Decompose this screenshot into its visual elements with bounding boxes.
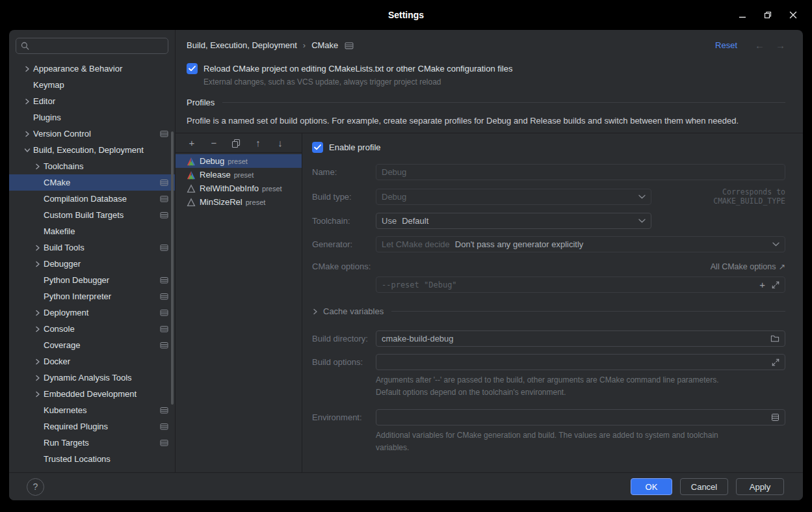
cmake-profile-icon (186, 170, 196, 180)
sidebar-item-label: Deployment (44, 308, 88, 317)
sidebar-item[interactable]: Required Plugins (9, 418, 175, 435)
sidebar-item[interactable]: Deployment (9, 304, 175, 321)
sidebar-scrollbar[interactable] (171, 131, 174, 405)
sidebar-item[interactable]: Custom Build Targets (9, 207, 175, 223)
cmake-options-field[interactable]: --preset "Debug" + (376, 276, 785, 293)
profile-row[interactable]: Release preset (176, 168, 302, 182)
cache-variables-toggle[interactable]: Cache variables (312, 306, 785, 316)
browse-variables-icon[interactable] (771, 413, 779, 422)
chevron-right-icon (312, 308, 319, 315)
sidebar-item[interactable]: Dynamic Analysis Tools (9, 370, 175, 386)
window-body: Appearance & Behavior Keymap (9, 30, 803, 500)
profiles-description: Profile is a named set of build options.… (187, 116, 785, 126)
sidebar-item[interactable]: Makefile (9, 223, 175, 239)
chevron-right-icon (33, 243, 42, 252)
add-profile-button[interactable]: + (186, 137, 198, 149)
apply-button[interactable]: Apply (736, 478, 784, 495)
sidebar-item[interactable]: Build, Execution, Deployment (9, 142, 175, 158)
sidebar-item[interactable]: Embedded Development (9, 386, 175, 402)
settings-tree: Appearance & Behavior Keymap (9, 61, 175, 472)
all-cmake-options-link[interactable]: All CMake options ↗ (711, 262, 785, 271)
sidebar-item[interactable]: Python Interpreter (9, 288, 175, 304)
expand-field-icon[interactable] (772, 358, 779, 366)
cache-variables-label: Cache variables (323, 306, 384, 316)
profile-row[interactable]: Debug preset (176, 154, 302, 168)
folder-icon[interactable] (770, 334, 779, 343)
sidebar-item[interactable]: Plugins (9, 109, 175, 126)
sidebar-item[interactable]: Editor (9, 93, 175, 109)
build-type-select[interactable]: Debug (376, 189, 651, 205)
generator-label: Generator: (312, 239, 376, 249)
sidebar-item-label: Build, Execution, Deployment (33, 145, 144, 155)
maximize-button[interactable] (762, 9, 774, 21)
breadcrumb-item[interactable]: Build, Execution, Deployment (187, 40, 297, 50)
sidebar-item[interactable]: Appearance & Behavior (9, 61, 175, 77)
profile-preset-badge: preset (246, 198, 266, 206)
sidebar-item[interactable]: Trusted Locations (9, 451, 175, 467)
remove-profile-button[interactable]: − (208, 137, 220, 149)
search-input[interactable] (33, 41, 163, 51)
sidebar-item[interactable]: Docker (9, 353, 175, 370)
settings-page-icon (160, 292, 168, 301)
build-options-field[interactable] (376, 354, 785, 370)
ok-button[interactable]: OK (631, 478, 672, 495)
profile-form: Enable profile Name: Debug Build type: D… (302, 133, 803, 472)
build-directory-field[interactable]: cmake-build-debug (376, 330, 785, 347)
sidebar-item-label: Appearance & Behavior (33, 64, 122, 74)
profiles-section-title: Profiles (187, 98, 215, 107)
chevron-right-icon (33, 357, 42, 366)
environment-label: Environment: (312, 412, 376, 422)
sidebar-item[interactable]: Python Debugger (9, 272, 175, 288)
sidebar-item[interactable]: Debugger (9, 256, 175, 272)
expand-field-icon[interactable] (772, 281, 779, 289)
check-icon (314, 144, 321, 150)
profile-name: Release (200, 170, 231, 180)
settings-page-icon (160, 243, 168, 252)
cmake-options-value: --preset "Debug" (382, 280, 457, 290)
help-button[interactable]: ? (27, 478, 44, 496)
close-button[interactable] (787, 9, 799, 21)
breadcrumb-item[interactable]: CMake (311, 40, 338, 50)
minimize-button[interactable] (737, 9, 748, 21)
sidebar-item[interactable]: Run Targets (9, 435, 175, 451)
copy-profile-button[interactable] (230, 137, 242, 149)
settings-search[interactable] (16, 38, 168, 54)
sidebar-item-label: Required Plugins (44, 422, 108, 431)
sidebar-item[interactable]: Console (9, 321, 175, 337)
reset-link[interactable]: Reset (715, 40, 737, 50)
copy-icon (231, 139, 241, 148)
sidebar-item[interactable]: Toolchains (9, 158, 175, 174)
sidebar-item[interactable]: Build Tools (9, 239, 175, 256)
profile-row[interactable]: RelWithDebInfo preset (176, 182, 302, 195)
add-option-icon[interactable]: + (759, 279, 765, 290)
generator-select[interactable]: Let CMake decide Don't pass any generato… (376, 236, 785, 252)
sidebar-item[interactable]: Version Control (9, 126, 175, 142)
settings-page-icon (160, 129, 168, 138)
cancel-button[interactable]: Cancel (680, 478, 728, 495)
sidebar-item[interactable]: Coverage (9, 337, 175, 353)
reload-cmake-checkbox[interactable] (187, 63, 198, 74)
move-up-button[interactable]: ↑ (252, 137, 264, 149)
sidebar-item[interactable]: Kubernetes (9, 402, 175, 418)
sidebar-item[interactable]: Keymap (9, 77, 175, 93)
sidebar-item-label: Makefile (44, 226, 75, 236)
chevron-right-icon (33, 390, 42, 399)
sidebar-item[interactable]: CMake (9, 174, 175, 191)
profile-row[interactable]: MinSizeRel preset (176, 195, 302, 209)
sidebar-item-label: Python Interpreter (44, 291, 111, 301)
sidebar-item[interactable]: Compilation Database (9, 191, 175, 207)
sidebar-item-label: CMake (44, 178, 70, 187)
back-arrow-icon[interactable]: ← (755, 40, 765, 50)
move-down-button[interactable]: ↓ (274, 137, 286, 149)
profile-list: Debug preset Release preset (176, 153, 302, 209)
name-field[interactable]: Debug (376, 164, 785, 180)
environment-field[interactable] (376, 409, 785, 425)
forward-arrow-icon[interactable]: → (776, 40, 785, 50)
enable-profile-checkbox[interactable] (312, 142, 323, 153)
sidebar-item-label: Compilation Database (44, 194, 127, 204)
sidebar-item-label: Editor (33, 96, 55, 106)
toolchain-select[interactable]: Use Default (376, 213, 651, 229)
profile-list-panel: + − ↑ ↓ (176, 133, 302, 472)
cmake-profile-icon (186, 156, 196, 166)
settings-page-icon (160, 195, 168, 203)
